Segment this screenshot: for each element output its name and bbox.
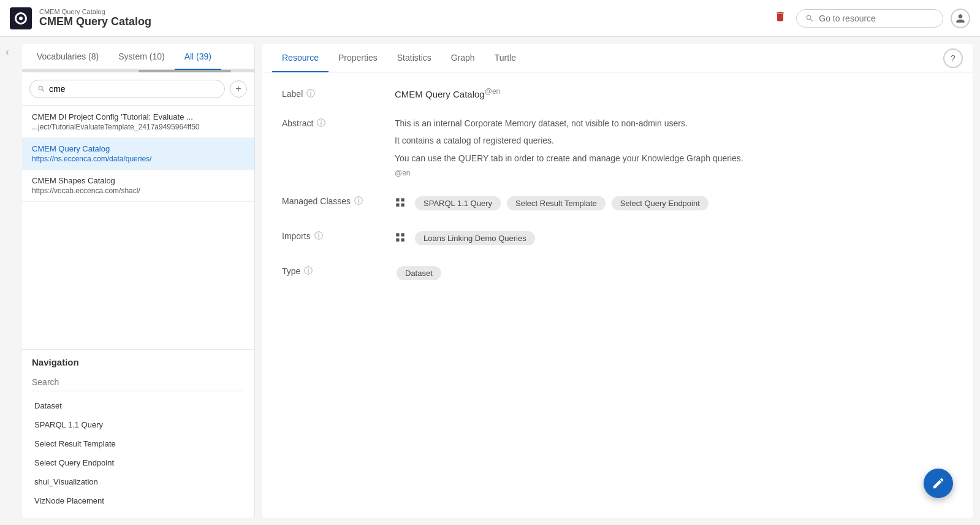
nav-item-select-query-endpoint[interactable]: Select Query Endpoint — [32, 453, 245, 472]
app-subtitle: CMEM Query Catalog — [39, 8, 764, 15]
navigation-section: Navigation Dataset SPARQL 1.1 Query Sele… — [22, 349, 254, 518]
label-help-icon[interactable]: ⓘ — [306, 88, 315, 99]
header-actions — [772, 8, 970, 28]
abstract-line-2: It contains a catalog of registered quer… — [395, 134, 953, 147]
type-label: Type ⓘ — [282, 264, 380, 277]
header: CMEM Query Catalog CMEM Query Catalog — [0, 0, 980, 37]
imports-label: Imports ⓘ — [282, 229, 380, 242]
add-resource-button[interactable]: + — [230, 80, 247, 98]
list-item[interactable]: CMEM DI Project Config 'Tutorial: Evalua… — [22, 106, 254, 138]
type-chips: Dataset — [395, 264, 953, 282]
label-value-text: CMEM Query Catalog — [395, 89, 485, 99]
search-area: cme + — [22, 72, 254, 106]
tab-properties[interactable]: Properties — [329, 44, 387, 72]
resource-item-url: https://vocab.eccenca.com/shacl/ — [32, 186, 245, 195]
chip-loans-linking[interactable]: Loans Linking Demo Queries — [415, 231, 535, 245]
type-label-text: Type — [282, 266, 300, 276]
right-panel: Resource Properties Statistics Graph Tur… — [262, 44, 973, 518]
resource-tabs: Resource Properties Statistics Graph Tur… — [262, 44, 973, 72]
list-item[interactable]: CMEM Shapes Catalog https://vocab.eccenc… — [22, 170, 254, 202]
tab-statistics[interactable]: Statistics — [387, 44, 441, 72]
search-icon — [805, 13, 814, 23]
abstract-line-1: This is an internal Corporate Memory dat… — [395, 117, 953, 130]
nav-item-sparql-query[interactable]: SPARQL 1.1 Query — [32, 415, 245, 434]
nav-item-shui-visualization[interactable]: shui_Visualization — [32, 472, 245, 491]
type-value: Dataset — [395, 264, 953, 282]
header-titles: CMEM Query Catalog CMEM Query Catalog — [39, 8, 764, 28]
managed-classes-label-text: Managed Classes — [282, 196, 351, 206]
navigation-search-input[interactable] — [32, 374, 245, 391]
imports-field-row: Imports ⓘ Loans Linking Demo Queries — [282, 229, 953, 247]
chip-select-query-endpoint[interactable]: Select Query Endpoint — [612, 196, 708, 210]
tab-system[interactable]: System (10) — [108, 44, 174, 70]
managed-classes-field-row: Managed Classes ⓘ SPARQL 1.1 Query Selec… — [282, 194, 953, 212]
global-search[interactable] — [796, 9, 943, 28]
nav-item-dataset[interactable]: Dataset — [32, 396, 245, 415]
abstract-field-value: This is an internal Corporate Memory dat… — [395, 117, 953, 177]
resource-list: CMEM DI Project Config 'Tutorial: Evalua… — [22, 106, 254, 349]
label-field-row: Label ⓘ CMEM Query Catalog@en — [282, 87, 953, 99]
managed-classes-chips: SPARQL 1.1 Query Select Result Template … — [413, 194, 710, 212]
user-avatar[interactable] — [951, 9, 970, 28]
chip-dataset[interactable]: Dataset — [397, 266, 441, 280]
app-logo — [10, 7, 32, 29]
imports-label-text: Imports — [282, 231, 311, 241]
app-title: CMEM Query Catalog — [39, 15, 764, 28]
abstract-lang-tag: @en — [395, 169, 953, 177]
abstract-help-icon[interactable]: ⓘ — [317, 118, 325, 129]
abstract-field-label: Abstract ⓘ — [282, 117, 380, 129]
imports-chips: Loans Linking Demo Queries — [413, 229, 537, 247]
left-panel: Vocabularies (8) System (10) All (39) cm… — [22, 44, 255, 518]
help-button[interactable]: ? — [943, 48, 963, 68]
label-field-label: Label ⓘ — [282, 87, 380, 99]
sidebar-collapse-button[interactable]: ‹ — [0, 37, 15, 525]
list-item[interactable]: CMEM Query Catalog https://ns.eccenca.co… — [22, 138, 254, 170]
tab-all[interactable]: All (39) — [175, 44, 221, 70]
resource-item-title: CMEM DI Project Config 'Tutorial: Evalua… — [32, 112, 245, 121]
managed-classes-label: Managed Classes ⓘ — [282, 194, 380, 207]
managed-classes-grid-icon[interactable] — [395, 197, 406, 211]
abstract-line-3: You can use the QUERY tab in order to cr… — [395, 151, 953, 165]
managed-classes-help-icon[interactable]: ⓘ — [354, 196, 363, 207]
managed-classes-value: SPARQL 1.1 Query Select Result Template … — [395, 194, 953, 212]
chip-select-result-template[interactable]: Select Result Template — [507, 196, 606, 210]
nav-item-viznode-placement[interactable]: VizNode Placement — [32, 491, 245, 510]
edit-icon — [932, 477, 945, 490]
label-field-value: CMEM Query Catalog@en — [395, 87, 953, 99]
tab-resource[interactable]: Resource — [272, 44, 329, 72]
add-icon: + — [235, 83, 241, 94]
collapse-icon: ‹ — [6, 47, 9, 58]
resource-search-box[interactable]: cme — [29, 80, 225, 98]
label-text: Label — [282, 89, 303, 99]
type-help-icon[interactable]: ⓘ — [304, 266, 313, 277]
nav-item-select-result-template[interactable]: Select Result Template — [32, 434, 245, 453]
type-field-row: Type ⓘ Dataset — [282, 264, 953, 282]
help-icon: ? — [951, 53, 955, 63]
resource-item-title: CMEM Shapes Catalog — [32, 176, 245, 185]
resource-search-input[interactable]: cme — [49, 84, 217, 94]
imports-help-icon[interactable]: ⓘ — [314, 231, 323, 242]
search-box-icon — [37, 85, 45, 93]
resource-item-title: CMEM Query Catalog — [32, 144, 245, 153]
tab-graph[interactable]: Graph — [441, 44, 485, 72]
main-layout: ‹ Vocabularies (8) System (10) All (39) … — [0, 37, 980, 525]
resource-content: Label ⓘ CMEM Query Catalog@en Abstract ⓘ… — [262, 72, 973, 518]
delete-button[interactable] — [772, 8, 789, 28]
search-input[interactable] — [819, 13, 934, 23]
abstract-label-text: Abstract — [282, 118, 313, 128]
tab-vocabularies[interactable]: Vocabularies (8) — [27, 44, 108, 70]
imports-value: Loans Linking Demo Queries — [395, 229, 953, 247]
catalog-tabs: Vocabularies (8) System (10) All (39) — [22, 44, 254, 70]
chip-sparql-query[interactable]: SPARQL 1.1 Query — [415, 196, 501, 210]
abstract-field-row: Abstract ⓘ This is an internal Corporate… — [282, 117, 953, 177]
resource-item-url: https://ns.eccenca.com/data/queries/ — [32, 155, 245, 163]
imports-grid-icon[interactable] — [395, 232, 406, 246]
navigation-title: Navigation — [32, 357, 245, 367]
edit-button[interactable] — [924, 469, 953, 498]
label-lang-tag: @en — [485, 87, 501, 96]
resource-item-url: ...ject/TutorialEvaluateTemplate_2417a94… — [32, 123, 245, 131]
tab-turtle[interactable]: Turtle — [485, 44, 526, 72]
logo-icon — [15, 12, 27, 25]
